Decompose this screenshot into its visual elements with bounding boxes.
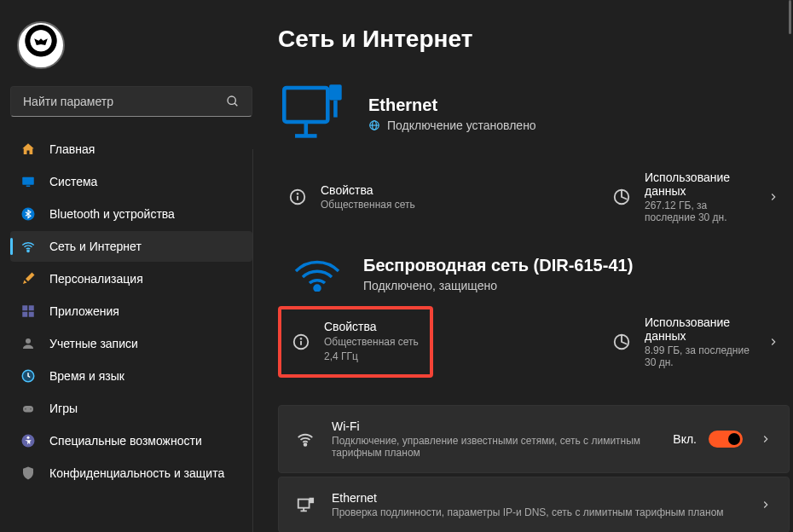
wifi-toggle[interactable] xyxy=(709,431,743,448)
gamepad-icon xyxy=(20,401,36,416)
nav-time[interactable]: Время и язык xyxy=(10,361,252,391)
info-icon xyxy=(288,188,307,206)
nav-personalization[interactable]: Персонализация xyxy=(10,263,252,294)
chevron-right-icon xyxy=(760,433,772,445)
brush-icon xyxy=(20,271,36,286)
nav-accounts[interactable]: Учетные записи xyxy=(10,328,252,359)
ethernet-header: Ethernet Подключение установлено xyxy=(278,78,790,148)
svg-line-1 xyxy=(234,103,237,106)
setting-sub: Проверка подлинности, параметры IP-и DNS… xyxy=(332,506,743,518)
bluetooth-icon xyxy=(20,206,36,222)
wifi-big-icon xyxy=(292,257,343,292)
card-sub: 267.12 ГБ, за последние 30 дн. xyxy=(645,200,754,223)
wifi-properties-card[interactable]: Свойства Общественная сеть2,4 ГГц xyxy=(278,306,433,378)
search-input[interactable] xyxy=(23,95,226,108)
divider xyxy=(252,149,253,532)
svg-point-5 xyxy=(27,250,29,252)
nav-accessibility[interactable]: Специальные возможности xyxy=(10,425,252,456)
wifi-icon xyxy=(296,430,315,448)
svg-point-10 xyxy=(26,338,31,344)
info-icon xyxy=(292,332,310,351)
nav-label: Приложения xyxy=(49,304,119,318)
nav-label: Bluetooth и устройства xyxy=(49,207,175,221)
nav-label: Учетные записи xyxy=(49,337,138,350)
nav-privacy[interactable]: Конфиденциальность и защита xyxy=(10,458,252,489)
svg-rect-17 xyxy=(284,88,327,122)
nav-home[interactable]: Главная xyxy=(10,134,252,165)
svg-point-14 xyxy=(30,408,32,410)
svg-point-29 xyxy=(315,286,320,291)
ethernet-usage-card[interactable]: Использование данных 267.12 ГБ, за после… xyxy=(602,164,790,230)
setting-title: Wi-Fi xyxy=(332,419,656,433)
nav-label: Сеть и Интернет xyxy=(49,240,142,253)
svg-point-16 xyxy=(27,437,30,439)
svg-point-34 xyxy=(304,443,307,446)
page-title: Сеть и Интернет xyxy=(278,26,790,53)
user-icon xyxy=(20,336,36,351)
wifi-icon xyxy=(20,239,36,254)
card-title: Свойства xyxy=(324,320,420,333)
user-avatar[interactable] xyxy=(17,21,65,69)
svg-rect-2 xyxy=(22,177,34,185)
chevron-right-icon xyxy=(767,336,779,348)
wifi-title: Беспроводная сеть (DIR-615-41) xyxy=(363,256,633,275)
setting-wifi[interactable]: Wi-Fi Подключение, управление известными… xyxy=(278,405,790,473)
wifi-status: Подключено, защищено xyxy=(363,279,633,292)
home-icon xyxy=(20,142,36,157)
svg-rect-9 xyxy=(29,312,34,317)
nav-apps[interactable]: Приложения xyxy=(10,296,252,327)
card-title: Свойства xyxy=(321,183,575,197)
setting-sub: Подключение, управление известными сетям… xyxy=(332,435,656,459)
chevron-right-icon xyxy=(760,499,772,511)
clock-icon xyxy=(20,368,36,384)
nav-label: Специальные возможности xyxy=(49,434,202,448)
wifi-usage-card[interactable]: Использование данных 8.99 ГБ, за последн… xyxy=(602,309,790,375)
svg-point-13 xyxy=(25,408,26,410)
apps-icon xyxy=(20,304,36,319)
globe-icon xyxy=(368,119,380,131)
card-title: Использование данных xyxy=(645,171,754,198)
toggle-label: Вкл. xyxy=(673,432,697,446)
nav-label: Игры xyxy=(49,402,78,415)
nav-label: Главная xyxy=(49,142,95,156)
card-title: Использование данных xyxy=(645,315,754,343)
nav-network[interactable]: Сеть и Интернет xyxy=(10,231,252,262)
svg-point-27 xyxy=(298,194,298,194)
search-box[interactable] xyxy=(10,86,252,117)
svg-rect-12 xyxy=(23,406,33,413)
setting-title: Ethernet xyxy=(332,491,743,505)
nav-label: Система xyxy=(49,175,97,188)
svg-rect-38 xyxy=(310,498,314,502)
svg-point-0 xyxy=(228,96,235,104)
nav-label: Время и язык xyxy=(49,369,124,383)
system-icon xyxy=(20,174,36,189)
svg-point-32 xyxy=(301,338,302,339)
scrollbar[interactable] xyxy=(789,0,791,34)
svg-rect-35 xyxy=(298,499,310,507)
ethernet-icon xyxy=(296,495,315,514)
svg-rect-3 xyxy=(26,186,31,188)
nav-label: Конфиденциальность и защита xyxy=(49,466,224,480)
usage-icon xyxy=(612,188,631,206)
svg-rect-7 xyxy=(29,305,34,310)
ethernet-status: Подключение установлено xyxy=(368,119,536,132)
nav-bluetooth[interactable]: Bluetooth и устройства xyxy=(10,199,252,229)
svg-rect-20 xyxy=(329,84,342,100)
ethernet-big-icon xyxy=(278,78,348,148)
ethernet-title: Ethernet xyxy=(368,95,536,115)
card-sub: Общественная сеть2,4 ГГц xyxy=(324,335,420,364)
setting-ethernet[interactable]: Ethernet Проверка подлинности, параметры… xyxy=(278,477,790,532)
svg-rect-6 xyxy=(22,305,27,310)
nav-label: Персонализация xyxy=(49,272,143,286)
ethernet-properties-card[interactable]: Свойства Общественная сеть xyxy=(278,176,585,217)
search-icon xyxy=(226,95,240,108)
nav-gaming[interactable]: Игры xyxy=(10,393,252,424)
chevron-right-icon xyxy=(767,191,779,203)
accessibility-icon xyxy=(20,433,36,448)
nav-system[interactable]: Система xyxy=(10,166,252,197)
card-sub: 8.99 ГБ, за последние 30 дн. xyxy=(645,344,754,368)
svg-rect-8 xyxy=(22,312,27,317)
usage-icon xyxy=(612,332,631,351)
wifi-header: Беспроводная сеть (DIR-615-41) Подключен… xyxy=(292,256,790,292)
card-sub: Общественная сеть xyxy=(321,199,575,211)
